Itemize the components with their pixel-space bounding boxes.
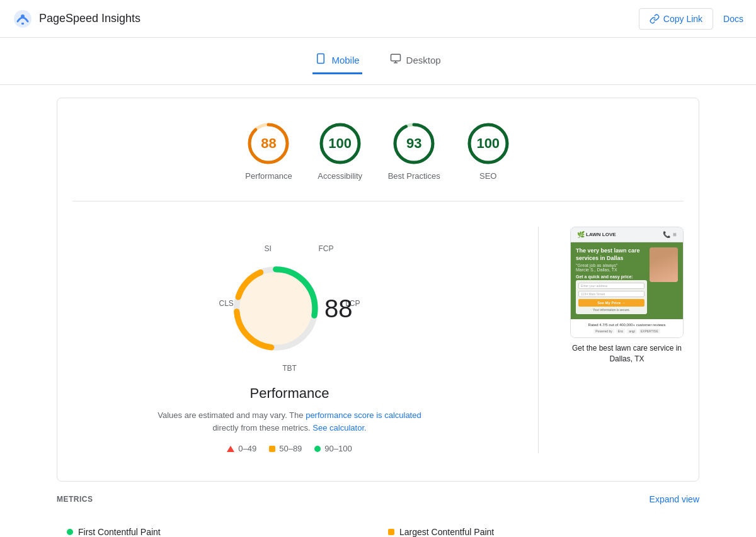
gauge-area: SI FCP CLS LCP TBT [72, 227, 507, 453]
tab-mobile-label: Mobile [331, 55, 359, 65]
screenshot-person-image [650, 247, 678, 282]
tab-desktop-label: Desktop [406, 55, 441, 65]
legend-item-medium: 50–89 [269, 444, 302, 453]
metric-fcp-indicator [67, 529, 73, 535]
see-calculator-link[interactable]: See calculator. [312, 423, 366, 432]
main-content: 88 Performance 100 Accessibility [44, 85, 712, 537]
legend-range-low: 0–49 [238, 444, 256, 453]
partner-1: Powered by [593, 329, 614, 334]
legend-range-medium: 50–89 [279, 444, 302, 453]
screenshot-cta: Get a quick and easy price: [576, 274, 647, 279]
perf-note-text1: Values are estimated and may vary. The [158, 410, 303, 420]
screenshot-headline: The very best lawn care services in Dall… [576, 247, 647, 262]
score-card-performance: 88 Performance [245, 121, 292, 181]
legend-range-high: 90–100 [324, 444, 352, 453]
partner-enc: Enc [616, 329, 626, 334]
gauge-svg [227, 246, 325, 371]
metric-lcp: Largest Contentful Paint 2.6 s [378, 514, 699, 537]
menu-icon: ≡ [673, 231, 677, 238]
header: PageSpeed Insights Copy Link Docs [0, 0, 756, 38]
score-cards-container: 88 Performance 100 Accessibility [57, 98, 699, 482]
score-card-best-practices: 93 Best Practices [388, 121, 440, 181]
metrics-grid: First Contentful Paint 1.1 s Largest Con… [57, 514, 699, 537]
svg-point-1 [21, 14, 25, 18]
screenshot-brand: 🌿 LAWN LOVE [577, 231, 616, 238]
gauge-score: 88 [324, 295, 353, 323]
perf-score-link[interactable]: performance score is calculated [306, 410, 421, 420]
tab-desktop[interactable]: Desktop [387, 48, 444, 74]
metric-fcp: First Contentful Paint 1.1 s [57, 514, 378, 537]
best-practices-label: Best Practices [388, 171, 440, 181]
gauge-wrapper: SI FCP CLS LCP TBT [208, 227, 372, 378]
screenshot-white-section: Rated 4.7/5 out of 400,000+ customer rev… [571, 319, 683, 337]
metric-fcp-name-row: First Contentful Paint [67, 527, 368, 537]
header-right: Copy Link Docs [639, 8, 743, 30]
metric-lcp-name-row: Largest Contentful Paint [388, 527, 689, 537]
screenshot-green-section: The very best lawn care services in Dall… [571, 242, 683, 319]
tabs-container: Mobile Desktop [0, 38, 756, 85]
legend: 0–49 50–89 90–100 [227, 444, 352, 453]
performance-label: Performance [245, 171, 292, 181]
docs-link[interactable]: Docs [723, 14, 743, 24]
metric-lcp-indicator [388, 529, 394, 535]
metrics-label: METRICS [57, 495, 93, 504]
screenshot-cta-button: See My Price → [578, 299, 644, 307]
screenshot-partners: Powered by Enc angi EXPERTISE [575, 329, 679, 334]
screenshot-secure: Your information is secure. [578, 308, 644, 312]
score-circle-accessibility: 100 [318, 121, 363, 166]
screenshot-header-icons: 📞 ≡ [663, 231, 677, 238]
score-cards: 88 Performance 100 Accessibility [72, 113, 684, 188]
score-card-seo: 100 SEO [466, 121, 511, 181]
screenshot-form: Enter your address 1234 Main Street See … [576, 280, 647, 314]
phone-icon: 📞 [663, 231, 670, 238]
mobile-icon [315, 53, 326, 67]
partner-angi: angi [627, 329, 636, 334]
app-logo-icon [13, 9, 33, 29]
partner-expertise: EXPERTISE [639, 329, 660, 334]
screenshot-header: 🌿 LAWN LOVE 📞 ≡ [571, 227, 683, 242]
dot-green-icon [314, 446, 321, 452]
square-orange-icon [269, 446, 275, 452]
expand-view-link[interactable]: Expand view [650, 494, 699, 504]
score-circle-performance: 88 [246, 121, 291, 166]
screenshot-sub: "Great job as always" [576, 263, 647, 268]
screenshot-caption: Get the best lawn care service in Dallas… [570, 343, 684, 365]
score-circle-seo: 100 [466, 121, 511, 166]
performance-title: Performance [250, 385, 329, 402]
metric-lcp-name: Largest Contentful Paint [399, 527, 494, 537]
screenshot-rating: Rated 4.7/5 out of 400,000+ customer rev… [575, 323, 679, 327]
copy-link-button[interactable]: Copy Link [639, 8, 713, 30]
screenshot-area: 🌿 LAWN LOVE 📞 ≡ The very best lawn care [570, 227, 684, 365]
screenshot-input1: Enter your address [578, 283, 644, 289]
desktop-icon [390, 53, 401, 67]
screenshot-frame: 🌿 LAWN LOVE 📞 ≡ The very best lawn care [570, 227, 684, 338]
perf-note: Values are estimated and may vary. The p… [158, 409, 421, 434]
seo-score: 100 [476, 135, 500, 152]
screenshot-author: Marcie S., Dallas, TX [576, 268, 647, 272]
triangle-icon [227, 446, 234, 452]
legend-item-low: 0–49 [227, 444, 256, 453]
svg-rect-2 [21, 23, 24, 25]
metric-fcp-name: First Contentful Paint [78, 527, 161, 537]
score-divider [72, 201, 684, 201]
svg-rect-5 [391, 54, 400, 61]
link-icon [650, 14, 660, 24]
performance-score: 88 [261, 135, 276, 152]
screenshot-input2: 1234 Main Street [578, 291, 644, 297]
copy-link-label: Copy Link [663, 14, 702, 24]
seo-label: SEO [479, 171, 496, 181]
svg-point-0 [14, 10, 32, 28]
metrics-section: METRICS Expand view First Contentful Pai… [57, 494, 699, 537]
legend-item-high: 90–100 [314, 444, 352, 453]
tab-mobile[interactable]: Mobile [312, 48, 362, 74]
best-practices-score: 93 [406, 135, 421, 152]
header-left: PageSpeed Insights [13, 9, 140, 29]
accessibility-score: 100 [328, 135, 352, 152]
perf-note-text2: directly from these metrics. [212, 423, 310, 432]
score-circle-best-practices: 93 [391, 121, 437, 166]
metrics-header: METRICS Expand view [57, 494, 699, 504]
score-card-accessibility: 100 Accessibility [318, 121, 363, 181]
vertical-divider [538, 227, 539, 453]
accessibility-label: Accessibility [318, 171, 362, 181]
app-title: PageSpeed Insights [39, 12, 140, 25]
